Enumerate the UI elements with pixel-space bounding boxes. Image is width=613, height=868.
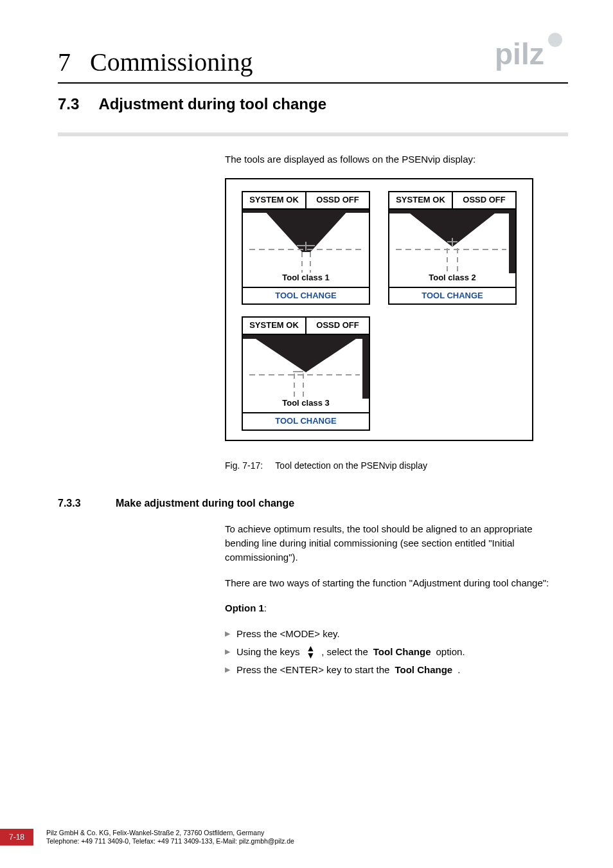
paragraph-2: There are two ways of starting the funct… xyxy=(225,576,568,590)
bullet-2-text-b: , select the xyxy=(321,645,368,659)
footer-line2: Telephone: +49 711 3409-0, Telefax: +49 … xyxy=(46,837,294,845)
arrow-keys-icon: ▲▼ xyxy=(306,645,315,659)
subsection-title: Make adjustment during tool change xyxy=(116,498,294,509)
svg-text:pilz: pilz xyxy=(495,37,544,71)
tool-class-1-label: Tool class 1 xyxy=(243,272,369,284)
bullet-3-text-c: . xyxy=(458,663,460,677)
system-ok-label: SYSTEM OK xyxy=(389,192,453,208)
footer: 7-18 Pilz GmbH & Co. KG, Felix-Wankel-St… xyxy=(0,829,613,845)
display-top: SYSTEM OK OSSD OFF xyxy=(242,316,370,335)
ossd-off-label: OSSD OFF xyxy=(453,192,515,208)
bullet-2-text-d: option. xyxy=(436,645,465,659)
bullet-arrow-icon: ▶ xyxy=(225,629,231,639)
display-image-1: Tool class 1 xyxy=(242,210,370,287)
pilz-logo: pilz xyxy=(491,32,568,71)
section-heading: 7.3 Adjustment during tool change xyxy=(58,95,568,113)
intro-text: The tools are displayed as follows on th… xyxy=(225,152,568,167)
svg-rect-19 xyxy=(362,335,369,399)
subsection-body: To achieve optimum results, the tool sho… xyxy=(225,522,568,677)
display-tool1: SYSTEM OK OSSD OFF Tool class 1 xyxy=(242,191,370,305)
svg-point-0 xyxy=(548,33,562,47)
section-number: 7.3 xyxy=(58,95,79,113)
bullet-1-text: Press the <MODE> key. xyxy=(236,627,340,641)
display-image-3: Tool class 3 xyxy=(242,335,370,412)
bullet-arrow-icon: ▶ xyxy=(225,647,231,657)
bullet-1: ▶ Press the <MODE> key. xyxy=(225,627,568,641)
bullet-3: ▶ Press the <ENTER> key to start the Too… xyxy=(225,663,568,677)
tool-class-2-label: Tool class 2 xyxy=(389,272,515,284)
system-ok-label: SYSTEM OK xyxy=(243,318,306,334)
footer-line1: Pilz GmbH & Co. KG, Felix-Wankel-Straße … xyxy=(46,829,294,837)
header: 7 Commissioning pilz xyxy=(58,32,568,84)
option1-heading: Option 1: xyxy=(225,601,568,615)
divider xyxy=(58,132,568,136)
display-image-2: Tool class 2 xyxy=(388,210,517,287)
page-number-badge: 7-18 xyxy=(0,829,33,845)
bullet-arrow-icon: ▶ xyxy=(225,665,231,675)
subsection-number: 7.3.3 xyxy=(58,498,96,509)
figure-box: SYSTEM OK OSSD OFF Tool class 1 xyxy=(225,178,533,441)
tool-change-label: TOOL CHANGE xyxy=(242,287,370,305)
tool-change-label: TOOL CHANGE xyxy=(388,287,517,305)
paragraph-1: To achieve optimum results, the tool sho… xyxy=(225,522,568,564)
svg-marker-18 xyxy=(243,336,369,372)
svg-rect-3 xyxy=(243,210,369,213)
ossd-off-label: OSSD OFF xyxy=(306,192,369,208)
figure-label: Fig. 7-17: xyxy=(225,460,263,471)
display-top: SYSTEM OK OSSD OFF xyxy=(242,191,370,210)
header-left: 7 Commissioning xyxy=(58,47,253,77)
bullet-3-text-a: Press the <ENTER> key to start the xyxy=(236,663,389,677)
body: The tools are displayed as follows on th… xyxy=(225,152,568,472)
ossd-off-label: OSSD OFF xyxy=(306,318,369,334)
subsection-heading: 7.3.3 Make adjustment during tool change xyxy=(58,498,568,509)
bullet-2-bold: Tool Change xyxy=(373,645,431,659)
page: 7 Commissioning pilz 7.3 Adjustment duri… xyxy=(0,0,613,868)
figure-caption-text: Tool detection on the PSENvip display xyxy=(275,460,427,471)
tool-change-label: TOOL CHANGE xyxy=(242,412,370,431)
display-top: SYSTEM OK OSSD OFF xyxy=(388,191,517,210)
display-tool3: SYSTEM OK OSSD OFF Tool class 3 xyxy=(242,316,370,431)
option1-label: Option 1 xyxy=(225,602,264,613)
chapter-title: Commissioning xyxy=(90,47,253,77)
footer-text: Pilz GmbH & Co. KG, Felix-Wankel-Straße … xyxy=(46,829,294,845)
bullet-3-bold: Tool Change xyxy=(395,663,452,677)
tool-class-3-label: Tool class 3 xyxy=(243,397,369,410)
display-tool2: SYSTEM OK OSSD OFF Tool class 2 xyxy=(388,191,517,305)
figure-caption: Fig. 7-17: Tool detection on the PSENvip… xyxy=(225,459,568,472)
bullet-2: ▶ Using the keys ▲▼ , select the Tool Ch… xyxy=(225,645,568,659)
bullet-2-text-a: Using the keys xyxy=(236,645,299,659)
section-title: Adjustment during tool change xyxy=(98,95,326,113)
system-ok-label: SYSTEM OK xyxy=(243,192,306,208)
chapter-number: 7 xyxy=(58,47,71,77)
svg-rect-11 xyxy=(509,210,515,273)
